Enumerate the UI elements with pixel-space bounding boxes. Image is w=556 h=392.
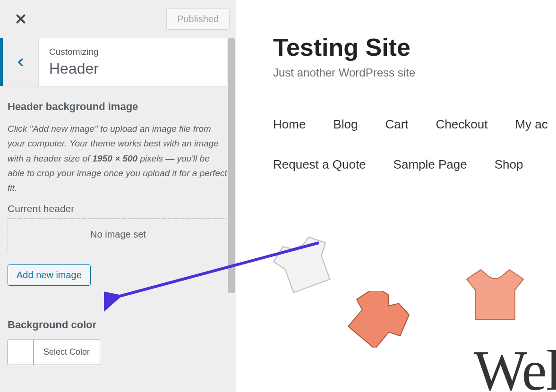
nav-item[interactable]: Cart: [385, 117, 408, 132]
header-bg-heading: Header background image: [8, 101, 229, 113]
nav-item[interactable]: Blog: [333, 117, 358, 132]
site-title: Testing Site: [273, 33, 556, 61]
back-button[interactable]: [0, 38, 39, 86]
nav-item[interactable]: Sample Page: [393, 157, 467, 172]
site-nav: HomeBlogCartCheckoutMy acRequest a Quote…: [273, 117, 556, 172]
color-swatch: [8, 340, 34, 365]
nav-item[interactable]: Request a Quote: [273, 157, 366, 172]
color-picker[interactable]: Select Color: [8, 340, 100, 365]
sidebar-scrollbar[interactable]: [227, 38, 236, 298]
site-tagline: Just another WordPress site: [273, 66, 556, 79]
add-new-image-button[interactable]: Add new image: [8, 264, 91, 286]
sketch-jacket-icon: [344, 291, 410, 348]
close-icon: [15, 13, 27, 25]
nav-item[interactable]: Shop: [495, 157, 523, 172]
customizer-sidebar: Published Customizing Header Header back…: [0, 0, 236, 392]
customizer-panel: Header background image Click "Add new i…: [0, 86, 236, 392]
section-title: Header: [49, 60, 236, 77]
nav-item[interactable]: Home: [273, 117, 306, 132]
site-preview: Testing Site Just another WordPress site…: [236, 0, 556, 392]
nav-item[interactable]: Checkout: [436, 117, 488, 132]
publish-button[interactable]: Published: [166, 9, 230, 30]
current-header-label: Current header: [8, 203, 229, 214]
header-bg-help: Click "Add new image" to upload an image…: [8, 121, 229, 196]
nav-item[interactable]: My ac: [515, 117, 547, 132]
breadcrumb: Customizing: [49, 47, 236, 57]
section-head-labels: Customizing Header: [39, 38, 236, 86]
sketch-tshirt-icon: [462, 267, 528, 324]
customizer-topbar: Published: [0, 0, 236, 38]
header-image-placeholder: No image set: [8, 218, 229, 251]
select-color-label: Select Color: [34, 340, 100, 365]
section-header: Customizing Header: [0, 38, 236, 86]
close-button[interactable]: [11, 9, 30, 28]
sketch-shirt-icon: [273, 230, 344, 300]
background-color-heading: Background color: [8, 319, 229, 331]
chevron-left-icon: [16, 55, 26, 69]
hero-welcome-text: Wel: [474, 338, 556, 392]
scrollbar-thumb[interactable]: [228, 38, 235, 293]
hero-area: Wel: [273, 230, 556, 392]
